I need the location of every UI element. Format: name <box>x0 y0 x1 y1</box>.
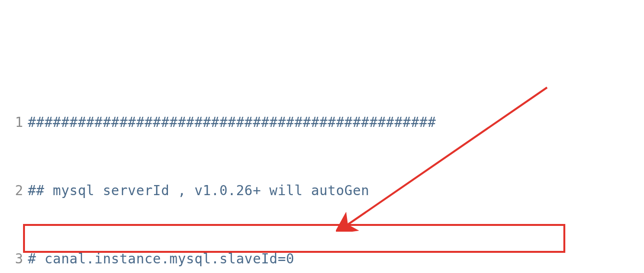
code-line: 3 # canal.instance.mysql.slaveId=0 <box>0 248 644 269</box>
code-content: ########################################… <box>28 112 644 133</box>
code-line: 2 ## mysql serverId , v1.0.26+ will auto… <box>0 180 644 201</box>
code-editor[interactable]: 1 ######################################… <box>0 63 644 273</box>
line-number: 3 <box>0 248 28 269</box>
arrow-icon <box>336 83 557 232</box>
comment-text: ########################################… <box>28 114 436 130</box>
code-content: # canal.instance.mysql.slaveId=0 <box>28 248 644 269</box>
line-number: 1 <box>0 112 28 133</box>
line-number: 2 <box>0 180 28 201</box>
svg-line-0 <box>348 87 547 224</box>
comment-text: ## mysql serverId , v1.0.26+ will autoGe… <box>28 183 370 199</box>
code-content: ## mysql serverId , v1.0.26+ will autoGe… <box>28 180 644 201</box>
comment-text: # canal.instance.mysql.slaveId=0 <box>28 251 294 267</box>
code-line: 1 ######################################… <box>0 112 644 133</box>
